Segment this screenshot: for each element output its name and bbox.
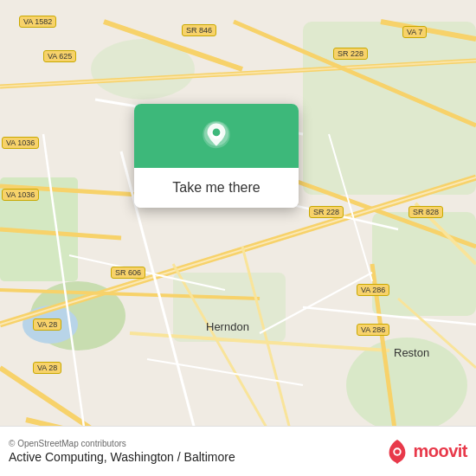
svg-point-41 — [396, 449, 401, 454]
road-label-sr606: SR 606 — [111, 267, 145, 279]
map-container: VA 1582 VA 625 VA 1036 VA 1036 SR 846 SR… — [0, 0, 476, 476]
road-label-va1582: VA 1582 — [19, 16, 56, 28]
location-name: Active Computing, Washington / Baltimore — [9, 450, 235, 464]
road-label-sr846: SR 846 — [182, 24, 216, 36]
road-label-va286b: VA 286 — [357, 324, 389, 336]
bottom-bar: © OpenStreetMap contributors Active Comp… — [0, 426, 476, 476]
road-label-sr828: SR 828 — [408, 206, 443, 218]
road-label-sr228b: SR 228 — [309, 206, 344, 218]
svg-rect-2 — [303, 22, 476, 195]
moovit-brand-icon — [385, 438, 409, 466]
road-label-va1036b: VA 1036 — [2, 189, 39, 201]
popup-header — [134, 104, 299, 168]
moovit-logo: moovit — [385, 438, 467, 466]
popup-card: Take me there — [134, 104, 299, 208]
herndon-label: Herndon — [206, 320, 249, 333]
road-label-va286a: VA 286 — [357, 284, 389, 296]
road-label-va28a: VA 28 — [33, 318, 61, 331]
map-svg — [0, 0, 476, 476]
road-label-va1036a: VA 1036 — [2, 137, 39, 149]
osm-attribution: © OpenStreetMap contributors — [9, 439, 235, 448]
moovit-text: moovit — [413, 441, 467, 461]
road-label-va7: VA 7 — [402, 26, 427, 38]
svg-point-39 — [213, 129, 221, 137]
svg-line-33 — [147, 359, 303, 385]
reston-label: Reston — [394, 346, 429, 359]
road-label-va625: VA 625 — [43, 50, 76, 62]
road-label-sr228a: SR 228 — [333, 48, 368, 60]
road-label-va28b: VA 28 — [33, 362, 61, 374]
take-me-there-button[interactable]: Take me there — [134, 168, 299, 208]
location-pin-icon — [198, 119, 235, 156]
bottom-left-info: © OpenStreetMap contributors Active Comp… — [9, 439, 235, 464]
